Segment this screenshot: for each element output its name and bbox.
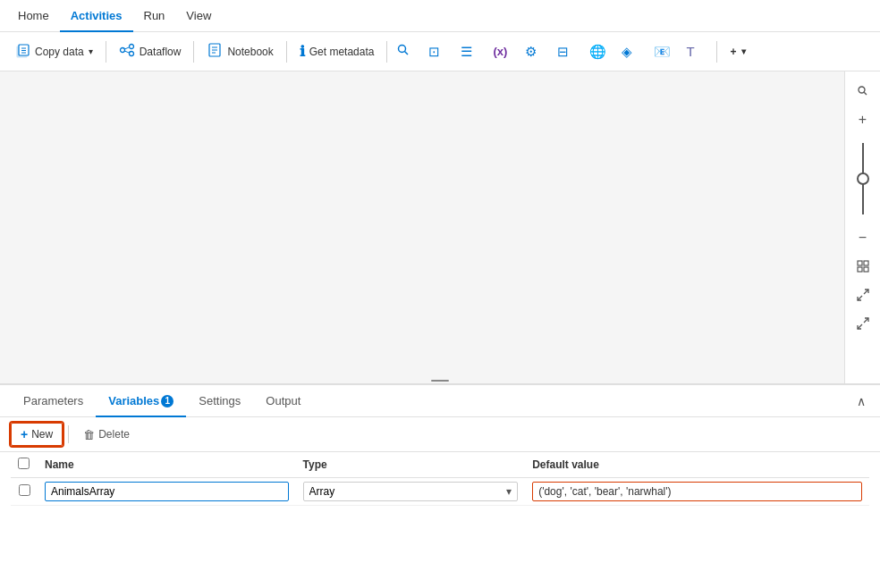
svg-rect-18: [858, 261, 862, 265]
search-toolbar-icon: [396, 43, 410, 60]
svg-line-8: [124, 46, 129, 48]
svg-point-14: [399, 46, 406, 53]
monitor-icon: ⊟: [557, 44, 569, 60]
new-variable-button[interactable]: + New: [11, 423, 63, 446]
svg-point-16: [859, 87, 865, 93]
outlook-icon: 📧: [654, 44, 671, 60]
activities-toolbar-button[interactable]: ⊡: [425, 40, 453, 63]
expand-button[interactable]: [849, 282, 877, 307]
row-checkbox-cell[interactable]: [11, 478, 38, 506]
monitor-button[interactable]: ⊟: [554, 40, 582, 63]
copy-data-dropdown-icon: ▾: [89, 46, 93, 56]
zoom-thumb: [857, 172, 869, 185]
dataflow-button[interactable]: Dataflow: [112, 38, 189, 65]
bottom-panel: Parameters Variables1 Settings Output ∧ …: [0, 384, 880, 588]
globe-button[interactable]: 🌐: [586, 40, 614, 63]
copy-data-button[interactable]: Copy data ▾: [7, 38, 100, 65]
svg-line-24: [858, 324, 862, 329]
svg-line-15: [405, 52, 409, 55]
zoom-out-icon: −: [859, 230, 867, 246]
tab-parameters[interactable]: Parameters: [11, 385, 96, 417]
svg-line-22: [864, 290, 868, 294]
name-input[interactable]: [45, 482, 289, 501]
search-toolbar-button[interactable]: [393, 39, 421, 63]
panel-collapse-button[interactable]: ∧: [853, 391, 869, 412]
toolbar: Copy data ▾ Dataflow Notebook ℹ Get meta…: [0, 32, 880, 71]
svg-point-6: [129, 44, 133, 48]
notebook-label: Notebook: [227, 46, 273, 58]
get-metadata-button[interactable]: ℹ Get metadata: [292, 39, 382, 63]
delete-button-label: Delete: [98, 428, 130, 441]
get-metadata-icon: ℹ: [300, 43, 305, 60]
dataflow-label: Dataflow: [140, 46, 182, 58]
tab-output[interactable]: Output: [253, 385, 313, 417]
copy-data-label: Copy data: [35, 46, 84, 58]
canvas-search-button[interactable]: [849, 79, 877, 104]
toolbar-sep-3: [286, 41, 287, 63]
zoom-slider[interactable]: [862, 139, 864, 218]
new-button-label: New: [31, 428, 53, 441]
delete-variable-button[interactable]: 🗑 Delete: [74, 424, 139, 445]
list-icon: ☰: [461, 44, 472, 60]
svg-point-5: [120, 47, 124, 52]
menu-item-run[interactable]: Run: [133, 0, 176, 32]
globe-icon: 🌐: [589, 44, 606, 60]
collapse-view-button[interactable]: [849, 311, 877, 336]
pipeline-button[interactable]: ⚙: [521, 40, 550, 63]
zoom-out-button[interactable]: −: [849, 225, 877, 250]
share-button[interactable]: ◈: [618, 40, 647, 63]
menu-item-view[interactable]: View: [175, 0, 222, 32]
dataflow-icon: [119, 42, 135, 62]
expression-button[interactable]: (x): [489, 41, 518, 62]
tab-settings[interactable]: Settings: [186, 385, 253, 417]
collapse-handle[interactable]: [422, 378, 458, 383]
name-cell: [38, 478, 296, 506]
menu-bar: Home Activities Run View: [0, 0, 880, 32]
toolbar-sep-1: [106, 41, 106, 63]
svg-line-23: [858, 296, 862, 300]
tabs-left: Parameters Variables1 Settings Output: [11, 385, 313, 417]
toolbar-sep-2: [193, 41, 194, 63]
menu-item-activities[interactable]: Activities: [60, 0, 133, 32]
variables-badge: 1: [161, 395, 173, 407]
new-plus-icon: +: [21, 427, 28, 441]
toolbar-sep-4: [386, 41, 387, 63]
select-all-checkbox[interactable]: [18, 458, 30, 469]
variables-table: Name Type Default value: [11, 452, 869, 506]
zoom-in-button[interactable]: +: [849, 107, 877, 132]
notebook-button[interactable]: Notebook: [199, 38, 280, 65]
svg-point-7: [129, 51, 133, 55]
row-checkbox[interactable]: [19, 484, 30, 496]
list-toolbar-button[interactable]: ☰: [457, 40, 486, 63]
tab-variables[interactable]: Variables1: [96, 385, 186, 417]
pipeline-icon: ⚙: [525, 44, 537, 60]
svg-line-17: [864, 92, 867, 95]
name-column-header: Name: [38, 452, 296, 478]
zoom-in-icon: +: [859, 112, 867, 128]
menu-item-home[interactable]: Home: [7, 0, 60, 32]
svg-rect-19: [864, 261, 868, 265]
tabs-row: Parameters Variables1 Settings Output ∧: [0, 385, 880, 417]
default-value-cell: [525, 478, 869, 506]
teams-icon: T: [686, 44, 694, 59]
delete-icon: 🗑: [83, 428, 95, 441]
var-toolbar-separator: [68, 425, 69, 443]
svg-line-9: [124, 51, 129, 53]
activities-icon: ⊡: [428, 44, 440, 60]
canvas-area[interactable]: + −: [0, 71, 880, 384]
teams-button[interactable]: T: [682, 40, 711, 63]
variables-table-container: Name Type Default value: [0, 452, 880, 506]
outlook-button[interactable]: 📧: [650, 40, 679, 63]
var-toolbar: + New 🗑 Delete: [0, 417, 880, 452]
more-button[interactable]: + ▾: [723, 42, 752, 62]
copy-data-icon: [14, 42, 30, 62]
select-dropdown-icon: ▾: [506, 485, 512, 498]
type-select-wrapper[interactable]: Array String Integer Float Boolean Objec…: [303, 482, 519, 501]
type-select[interactable]: Array String Integer Float Boolean Objec…: [309, 485, 503, 498]
toolbar-sep-5: [716, 41, 717, 63]
fit-to-screen-button[interactable]: [849, 254, 877, 279]
select-all-checkbox-header[interactable]: [11, 452, 38, 478]
more-dropdown-icon: ▾: [741, 46, 746, 56]
collapse-line: [431, 380, 449, 382]
default-value-input[interactable]: [532, 482, 862, 501]
